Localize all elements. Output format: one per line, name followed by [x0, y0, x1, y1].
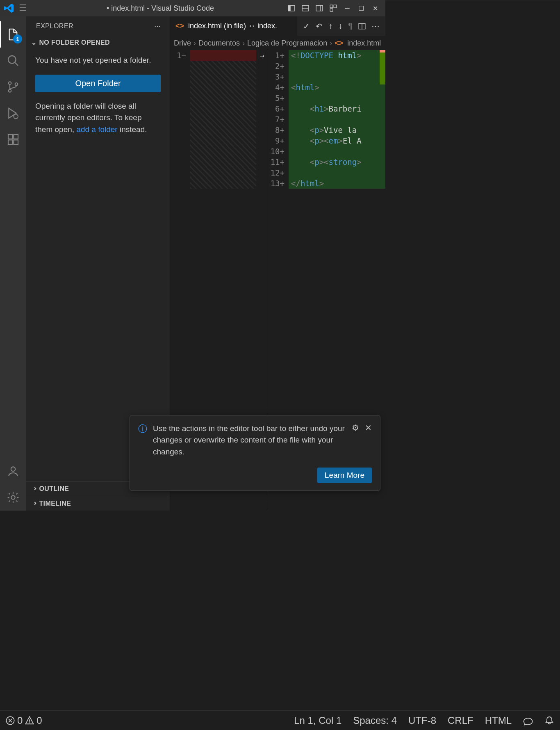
info-icon: ⓘ — [138, 423, 147, 435]
html-file-icon: <> — [335, 39, 343, 48]
customize-layout-icon[interactable] — [327, 2, 339, 14]
next-change-icon[interactable]: ↓ — [338, 21, 342, 31]
svg-point-20 — [11, 467, 16, 471]
svg-rect-7 — [330, 5, 333, 8]
svg-point-15 — [14, 114, 18, 119]
tabbar: <> index.html (in file) ↔ index. ✓ ↶ ↑ ↓… — [170, 16, 385, 36]
activity-source-control[interactable] — [0, 74, 26, 100]
accept-changes-icon[interactable]: ✓ — [303, 21, 310, 31]
more-actions-icon[interactable]: ⋯ — [371, 21, 380, 31]
account-icon — [7, 465, 20, 478]
activity-explorer[interactable]: 1 — [0, 21, 26, 48]
warning-icon — [25, 716, 34, 725]
svg-point-10 — [8, 56, 16, 64]
svg-rect-17 — [8, 140, 13, 144]
error-icon — [6, 716, 15, 725]
svg-point-14 — [15, 83, 18, 86]
window-title: • index.html - Visual Studio Code — [35, 4, 285, 13]
notification-close-icon[interactable]: ✕ — [365, 423, 372, 433]
svg-line-11 — [15, 62, 18, 66]
maximize-button[interactable]: ☐ — [355, 2, 367, 14]
close-button[interactable]: ✕ — [369, 2, 381, 14]
status-problems[interactable]: 0 0 — [6, 715, 42, 726]
toggle-secondary-sidebar-icon[interactable] — [313, 2, 326, 14]
status-eol[interactable]: CRLF — [448, 715, 473, 726]
vscode-window: ☰ • index.html - Visual Studio Code ─ ☐ … — [0, 0, 385, 511]
open-folder-button[interactable]: Open Folder — [35, 75, 161, 92]
status-cursor-position[interactable]: Ln 1, Col 1 — [294, 715, 341, 726]
extensions-icon — [7, 133, 20, 146]
explorer-badge: 1 — [13, 34, 22, 43]
svg-rect-1 — [288, 5, 291, 11]
status-language[interactable]: HTML — [485, 715, 512, 726]
search-icon — [7, 54, 20, 67]
notification-gear-icon[interactable]: ⚙ — [352, 423, 359, 433]
sidebar-title: EXPLORER — [36, 23, 73, 30]
no-folder-message: You have not yet opened a folder. — [35, 55, 161, 66]
chevron-right-icon: ⌄ — [30, 486, 38, 491]
statusbar: 0 0 Ln 1, Col 1 Spaces: 4 UTF-8 CRLF HTM… — [0, 710, 560, 730]
chevron-down-icon: ⌄ — [31, 39, 36, 46]
minimize-button[interactable]: ─ — [341, 2, 353, 14]
revert-icon[interactable]: ↶ — [316, 21, 323, 31]
svg-rect-5 — [316, 5, 323, 11]
vscode-logo-icon — [4, 3, 14, 13]
gear-icon — [7, 491, 20, 504]
git-branch-icon — [7, 80, 20, 94]
editor-tab[interactable]: <> index.html (in file) ↔ index. — [170, 16, 297, 36]
sidebar-more-icon[interactable]: ⋯ — [154, 23, 161, 30]
hamburger-menu-icon[interactable]: ☰ — [19, 3, 27, 14]
status-encoding[interactable]: UTF-8 — [408, 715, 436, 726]
window-controls: ─ ☐ ✕ — [285, 2, 381, 14]
toggle-primary-sidebar-icon[interactable] — [285, 2, 298, 14]
activity-settings[interactable] — [0, 484, 26, 511]
editor-tab-actions: ✓ ↶ ↑ ↓ ¶ ⋯ — [297, 21, 385, 31]
titlebar: ☰ • index.html - Visual Studio Code ─ ☐ … — [0, 0, 385, 16]
activity-search[interactable] — [0, 48, 26, 74]
svg-point-13 — [9, 89, 11, 92]
status-indentation[interactable]: Spaces: 4 — [353, 715, 397, 726]
section-label: NO FOLDER OPENED — [39, 39, 110, 46]
status-notifications-icon[interactable] — [544, 716, 554, 725]
toggle-whitespace-icon[interactable]: ¶ — [348, 21, 353, 31]
move-change-icon[interactable]: → — [256, 50, 268, 61]
learn-more-button[interactable]: Learn More — [317, 468, 372, 483]
status-feedback-icon[interactable] — [523, 716, 533, 725]
svg-point-12 — [9, 82, 11, 84]
sidebar-header: EXPLORER ⋯ — [26, 16, 170, 36]
notification-message: Use the actions in the editor tool bar t… — [153, 423, 346, 458]
activity-run-debug[interactable] — [0, 100, 26, 126]
overview-ruler[interactable] — [380, 50, 385, 189]
svg-rect-19 — [14, 135, 18, 139]
breadcrumb[interactable]: Drive› Documentos› Logica de Programacio… — [170, 36, 385, 50]
timeline-section[interactable]: ⌄ TIMELINE — [26, 496, 170, 511]
folder-hint: Opening a folder will close all currentl… — [35, 100, 161, 136]
svg-rect-9 — [330, 9, 333, 11]
activity-accounts[interactable] — [0, 458, 26, 484]
svg-rect-16 — [8, 135, 13, 139]
svg-rect-18 — [14, 140, 18, 144]
play-bug-icon — [7, 107, 20, 120]
add-folder-link[interactable]: add a folder — [76, 125, 117, 134]
svg-point-28 — [29, 722, 30, 723]
tab-label: index.html (in file) ↔ index. — [188, 22, 277, 30]
svg-rect-8 — [334, 5, 337, 8]
toggle-panel-icon[interactable] — [299, 2, 312, 14]
html-file-icon: <> — [175, 22, 184, 30]
previous-change-icon[interactable]: ↑ — [328, 21, 332, 31]
activity-extensions[interactable] — [0, 126, 26, 153]
activity-bar: 1 — [0, 16, 26, 511]
svg-point-21 — [11, 495, 15, 499]
no-folder-section-header[interactable]: ⌄ NO FOLDER OPENED — [26, 36, 170, 49]
notification-toast: ⓘ Use the actions in the editor tool bar… — [130, 415, 380, 491]
split-editor-icon[interactable] — [358, 23, 366, 30]
chevron-right-icon: ⌄ — [30, 501, 38, 506]
